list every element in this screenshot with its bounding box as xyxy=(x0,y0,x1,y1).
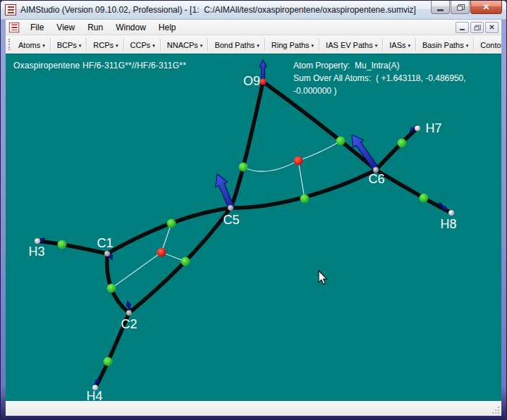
atom-H3[interactable] xyxy=(35,238,40,244)
ring-path[interactable] xyxy=(243,161,298,171)
dropdown-arrow-icon: ▾ xyxy=(152,43,155,49)
atom-label-O9: O9 xyxy=(243,74,260,88)
window-title: AIMStudio (Version 09.10.02, Professiona… xyxy=(20,5,416,15)
mouse-cursor-icon xyxy=(319,271,327,284)
menu-item-window[interactable]: Window xyxy=(109,20,152,35)
dropdown-arrow-icon: ▾ xyxy=(257,43,259,49)
bond-critical-point[interactable] xyxy=(239,163,248,172)
atom-O9[interactable] xyxy=(260,79,267,85)
child-minimize-icon xyxy=(460,29,465,30)
toolbar-button-label: Atoms xyxy=(18,41,40,49)
titlebar[interactable]: AIMStudio (Version 09.10.02, Professiona… xyxy=(1,1,506,20)
dropdown-arrow-icon: ▾ xyxy=(466,43,469,49)
bond-critical-point[interactable] xyxy=(58,240,67,249)
bond-path-C5-O9[interactable] xyxy=(231,82,263,208)
child-restore-icon xyxy=(475,25,480,30)
toolbar-separator xyxy=(207,38,208,51)
atom-property-label: Atom Property: xyxy=(293,61,350,70)
dropdown-arrow-icon: ▾ xyxy=(375,43,378,49)
molecular-graph[interactable]: O9C5C6C1C2H3H4H7H8 xyxy=(6,54,501,401)
bond-critical-point[interactable] xyxy=(336,137,346,146)
toolbar-button-atoms[interactable]: Atoms▾ xyxy=(13,38,49,51)
toolbar-separator xyxy=(160,38,161,51)
toolbar-button-contours[interactable]: Contours▾ xyxy=(475,38,501,51)
bond-path-C2-C5[interactable] xyxy=(129,208,231,313)
child-restore-button[interactable] xyxy=(470,22,484,33)
atom-H8[interactable] xyxy=(448,210,454,216)
atom-label-C6: C6 xyxy=(368,172,384,186)
toolbar-button-bcps[interactable]: BCPs▾ xyxy=(51,38,86,51)
toolbar-separator xyxy=(50,38,51,51)
molecule-viewport[interactable]: O9C5C6C1C2H3H4H7H8 Oxaspiropentene HF/6-… xyxy=(6,54,501,401)
close-button[interactable]: ✕ xyxy=(470,1,502,14)
app-window: AIMStudio (Version 09.10.02, Professiona… xyxy=(0,0,507,420)
atom-label-H3: H3 xyxy=(28,245,44,259)
atom-property-panel: Atom Property:Mu_Intra(A) Sum Over All A… xyxy=(293,59,501,97)
dropdown-arrow-icon: ▾ xyxy=(116,43,118,49)
bond-critical-point[interactable] xyxy=(300,194,310,204)
statusbar xyxy=(6,401,501,416)
resize-grip-icon[interactable] xyxy=(491,406,500,414)
bond-critical-point[interactable] xyxy=(420,194,429,203)
mu-intra-vector-C5 xyxy=(216,174,235,211)
toolbar-button-basin-paths[interactable]: Basin Paths▾ xyxy=(417,38,472,51)
menu-item-help[interactable]: Help xyxy=(152,20,183,35)
toolbar-button-label: Bond Paths xyxy=(214,41,255,49)
menu-item-run[interactable]: Run xyxy=(81,20,109,35)
ring-critical-point[interactable] xyxy=(157,248,166,257)
toolbar-button-label: CCPs xyxy=(130,41,151,49)
bond-path-C6-H7[interactable] xyxy=(376,128,417,170)
bond-critical-point[interactable] xyxy=(167,219,176,228)
bond-critical-point[interactable] xyxy=(107,284,116,293)
dropdown-arrow-icon: ▾ xyxy=(312,43,314,49)
atom-label-H4: H4 xyxy=(86,389,102,401)
child-close-button[interactable]: ✕ xyxy=(485,22,499,33)
menubar: FileViewRunWindowHelp ✕ xyxy=(6,20,501,35)
atom-C5[interactable] xyxy=(228,205,233,211)
dropdown-arrow-icon: ▾ xyxy=(408,43,411,49)
atom-label-C2: C2 xyxy=(121,317,137,331)
child-minimize-button[interactable] xyxy=(456,22,469,33)
atom-C1[interactable] xyxy=(104,251,110,257)
toolbar-button-label: BCPs xyxy=(57,41,77,49)
ring-path[interactable] xyxy=(298,141,341,161)
bond-critical-point[interactable] xyxy=(181,257,190,266)
bond-critical-point[interactable] xyxy=(104,357,113,366)
dropdown-arrow-icon: ▾ xyxy=(42,43,45,49)
atom-label-C5: C5 xyxy=(223,213,239,227)
toolbar-button-ring-paths[interactable]: Ring Paths▾ xyxy=(266,38,318,51)
toolbar-button-ias-ev-paths[interactable]: IAS EV Paths▾ xyxy=(320,38,381,51)
toolbar-button-nnacps[interactable]: NNACPs▾ xyxy=(161,38,207,51)
toolbar-separator xyxy=(473,38,474,51)
toolbar-separator xyxy=(415,38,416,51)
ring-path[interactable] xyxy=(298,161,305,199)
toolbar-separator xyxy=(86,38,87,51)
toolbar-button-rcps[interactable]: RCPs▾ xyxy=(87,38,122,51)
atom-C2[interactable] xyxy=(126,310,132,316)
toolbar-separator xyxy=(264,38,265,51)
restore-button[interactable] xyxy=(451,1,470,14)
menu-item-view[interactable]: View xyxy=(50,20,81,35)
bond-critical-point[interactable] xyxy=(398,139,407,148)
toolbar-separator xyxy=(123,38,124,51)
toolbar-button-bond-paths[interactable]: Bond Paths▾ xyxy=(209,38,263,51)
minimize-button[interactable] xyxy=(431,1,450,14)
menu-item-file[interactable]: File xyxy=(24,20,50,35)
document-icon[interactable] xyxy=(9,22,19,32)
dropdown-arrow-icon: ▾ xyxy=(200,43,203,49)
toolbar-grip[interactable] xyxy=(8,39,10,50)
ring-path[interactable] xyxy=(111,252,161,288)
toolbar-button-label: IAS EV Paths xyxy=(326,41,373,49)
toolbar-button-label: Ring Paths xyxy=(271,41,310,49)
atom-property-value: Mu_Intra(A) xyxy=(355,61,399,70)
minimize-icon xyxy=(437,9,444,11)
toolbar-button-label: NNACPs xyxy=(167,41,198,49)
ring-critical-point[interactable] xyxy=(294,156,303,166)
toolbar-button-iass[interactable]: IASs▾ xyxy=(384,38,415,51)
atom-label-C1: C1 xyxy=(97,236,113,250)
atom-H7[interactable] xyxy=(415,125,420,131)
restore-icon xyxy=(457,4,463,10)
bond-path-C6-H8[interactable] xyxy=(376,170,451,213)
toolbar-button-ccps[interactable]: CCPs▾ xyxy=(125,38,159,51)
toolbar-button-label: Contours xyxy=(480,41,501,49)
